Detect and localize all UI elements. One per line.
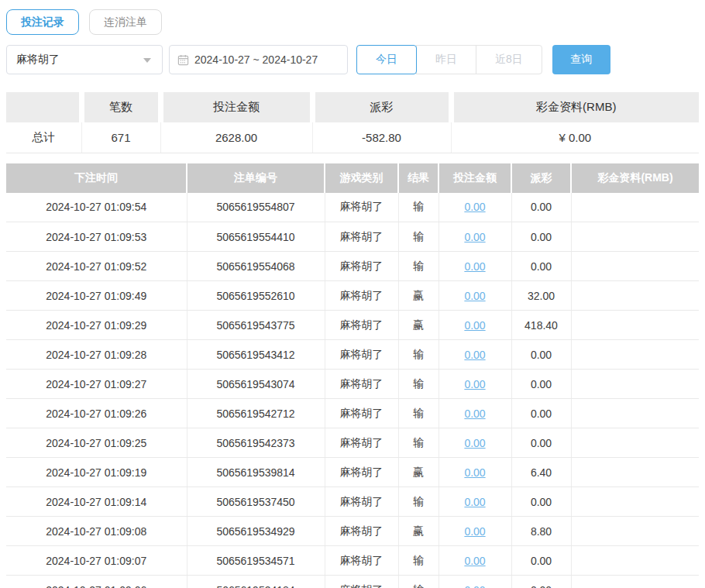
payout-cell: 0.00 [511, 340, 571, 370]
summary-header-bonus: 彩金资料(RMB) [451, 92, 699, 122]
order-number-cell: 5065619543074 [187, 370, 325, 399]
bet-amount-link[interactable]: 0.00 [464, 231, 485, 243]
bet-amount-cell: 0.00 [438, 487, 511, 517]
tab-bar: 投注记录 连消注单 [6, 9, 699, 35]
bet-amount-cell: 0.00 [438, 311, 511, 340]
game-type-cell: 麻将胡了 [325, 340, 398, 370]
payout-cell: 0.00 [511, 399, 571, 428]
result-cell: 输 [398, 399, 438, 428]
bet-amount-link[interactable]: 0.00 [464, 378, 485, 390]
bonus-cell [571, 340, 699, 370]
bet-amount-link[interactable]: 0.00 [464, 555, 485, 567]
bet-amount-link[interactable]: 0.00 [464, 437, 485, 449]
query-button[interactable]: 查询 [552, 45, 610, 74]
calendar-icon [177, 54, 189, 66]
bet-amount-cell: 0.00 [438, 340, 511, 370]
table-row: 2024-10-27 01:09:145065619537450麻将胡了输0.0… [6, 487, 699, 517]
bet-time-cell: 2024-10-27 01:09:28 [6, 340, 187, 370]
result-cell: 赢 [398, 458, 438, 487]
summary-total-label: 总计 [6, 122, 81, 153]
tab-betting-records[interactable]: 投注记录 [6, 9, 79, 35]
bonus-cell [571, 311, 699, 340]
result-cell: 赢 [398, 311, 438, 340]
result-cell: 输 [398, 340, 438, 370]
today-button[interactable]: 今日 [356, 45, 417, 74]
bonus-cell [571, 428, 699, 458]
summary-total-bonus: ¥ 0.00 [451, 122, 699, 153]
result-cell: 输 [398, 252, 438, 281]
table-row: 2024-10-27 01:09:255065619542373麻将胡了输0.0… [6, 428, 699, 458]
order-number-cell: 5065619543775 [187, 311, 325, 340]
bonus-cell [571, 546, 699, 576]
payout-cell: 0.00 [511, 222, 571, 252]
tab-cancelled-orders[interactable]: 连消注单 [89, 9, 162, 35]
order-number-cell: 5065619554807 [187, 193, 325, 222]
game-type-cell: 麻将胡了 [325, 458, 398, 487]
bet-time-cell: 2024-10-27 01:09:07 [6, 546, 187, 576]
bet-amount-link[interactable]: 0.00 [464, 319, 485, 332]
game-type-cell: 麻将胡了 [325, 546, 398, 576]
game-type-cell: 麻将胡了 [325, 370, 398, 399]
payout-cell: 0.00 [511, 193, 571, 222]
order-number-cell: 5065619552610 [187, 281, 325, 311]
bet-table-header-row: 下注时间 注单编号 游戏类别 结果 投注金额 派彩 彩金资料(RMB) [6, 163, 699, 193]
betting-records-page: 投注记录 连消注单 麻将胡了 2024-10-27 ~ 2024-10-27 今… [0, 0, 705, 588]
bonus-cell [571, 193, 699, 222]
header-order-number: 注单编号 [187, 163, 325, 193]
bet-amount-link[interactable]: 0.00 [464, 466, 485, 479]
bet-amount-link[interactable]: 0.00 [464, 290, 485, 302]
bet-amount-cell: 0.00 [438, 252, 511, 281]
game-type-cell: 麻将胡了 [325, 428, 398, 458]
bet-amount-link[interactable]: 0.00 [464, 407, 485, 420]
bet-table-body: 2024-10-27 01:09:545065619554807麻将胡了输0.0… [6, 193, 699, 588]
header-bet-time: 下注时间 [6, 163, 187, 193]
bet-amount-link[interactable]: 0.00 [464, 584, 485, 588]
game-type-cell: 麻将胡了 [325, 222, 398, 252]
bet-time-cell: 2024-10-27 01:09:25 [6, 428, 187, 458]
order-number-cell: 5065619537450 [187, 487, 325, 517]
summary-header-payout: 派彩 [312, 92, 451, 122]
summary-header-bet-amount: 投注金额 [160, 92, 312, 122]
result-cell: 输 [398, 370, 438, 399]
last-8-days-button[interactable]: 近8日 [476, 45, 542, 74]
bet-amount-cell: 0.00 [438, 399, 511, 428]
bet-amount-cell: 0.00 [438, 458, 511, 487]
table-row: 2024-10-27 01:09:545065619554807麻将胡了输0.0… [6, 193, 699, 222]
game-type-cell: 麻将胡了 [325, 399, 398, 428]
bet-time-cell: 2024-10-27 01:09:52 [6, 252, 187, 281]
bet-amount-link[interactable]: 0.00 [464, 525, 485, 538]
bet-amount-link[interactable]: 0.00 [464, 260, 485, 273]
bonus-cell [571, 222, 699, 252]
game-type-select[interactable]: 麻将胡了 [6, 45, 163, 74]
game-type-selected-value: 麻将胡了 [16, 53, 60, 67]
bonus-cell [571, 517, 699, 546]
bonus-cell [571, 399, 699, 428]
game-type-cell: 麻将胡了 [325, 193, 398, 222]
bonus-cell [571, 370, 699, 399]
date-range-input[interactable]: 2024-10-27 ~ 2024-10-27 [169, 45, 348, 74]
order-number-cell: 5065619534184 [187, 576, 325, 588]
bet-amount-cell: 0.00 [438, 370, 511, 399]
result-cell: 赢 [398, 517, 438, 546]
table-row: 2024-10-27 01:09:265065619542712麻将胡了输0.0… [6, 399, 699, 428]
order-number-cell: 5065619554410 [187, 222, 325, 252]
result-cell: 输 [398, 546, 438, 576]
bet-time-cell: 2024-10-27 01:09:49 [6, 281, 187, 311]
game-type-cell: 麻将胡了 [325, 281, 398, 311]
date-range-value: 2024-10-27 ~ 2024-10-27 [194, 53, 318, 66]
order-number-cell: 5065619542373 [187, 428, 325, 458]
bet-time-cell: 2024-10-27 01:09:27 [6, 370, 187, 399]
table-row: 2024-10-27 01:09:525065619554068麻将胡了输0.0… [6, 252, 699, 281]
game-type-cell: 麻将胡了 [325, 311, 398, 340]
table-row: 2024-10-27 01:09:295065619543775麻将胡了赢0.0… [6, 311, 699, 340]
bet-time-cell: 2024-10-27 01:09:19 [6, 458, 187, 487]
bonus-cell [571, 576, 699, 588]
payout-cell: 8.80 [511, 517, 571, 546]
bet-amount-link[interactable]: 0.00 [464, 201, 485, 213]
bet-amount-link[interactable]: 0.00 [464, 496, 485, 508]
bet-amount-link[interactable]: 0.00 [464, 349, 485, 361]
yesterday-button[interactable]: 昨日 [416, 45, 476, 74]
header-result: 结果 [398, 163, 438, 193]
bet-time-cell: 2024-10-27 01:09:54 [6, 193, 187, 222]
order-number-cell: 5065619534929 [187, 517, 325, 546]
